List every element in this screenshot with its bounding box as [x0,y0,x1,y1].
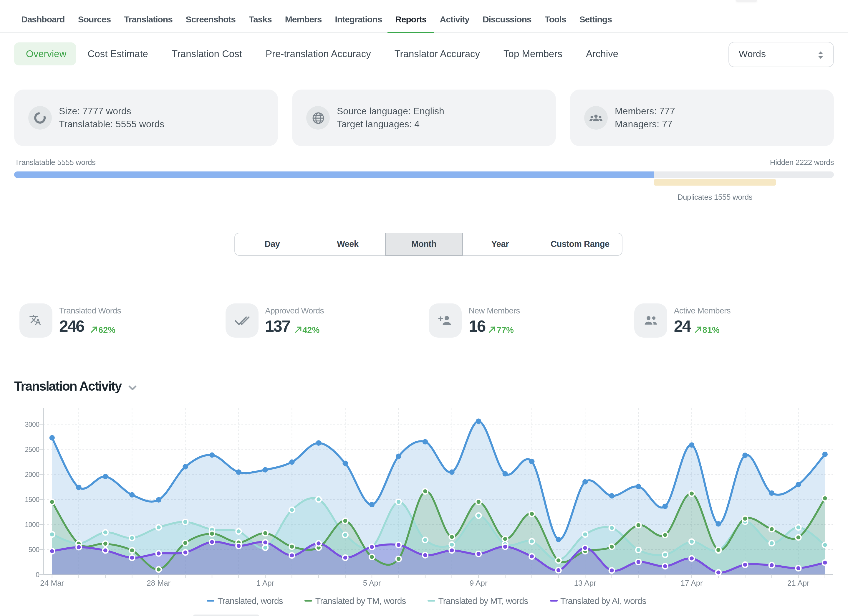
svg-text:1000: 1000 [25,521,40,528]
svg-text:1500: 1500 [25,496,40,503]
svg-text:1 Apr: 1 Apr [256,579,274,588]
svg-text:13 Apr: 13 Apr [574,579,596,588]
svg-text:0: 0 [36,571,39,579]
svg-text:24 Mar: 24 Mar [40,579,64,588]
svg-text:5 Apr: 5 Apr [363,579,381,588]
svg-text:9 Apr: 9 Apr [470,579,488,588]
svg-text:28 Mar: 28 Mar [147,579,170,588]
svg-text:2500: 2500 [25,446,40,453]
svg-text:21 Apr: 21 Apr [787,579,810,588]
svg-text:2000: 2000 [25,471,40,478]
svg-text:3000: 3000 [25,421,40,428]
svg-text:500: 500 [28,546,40,554]
svg-text:17 Apr: 17 Apr [681,579,703,588]
